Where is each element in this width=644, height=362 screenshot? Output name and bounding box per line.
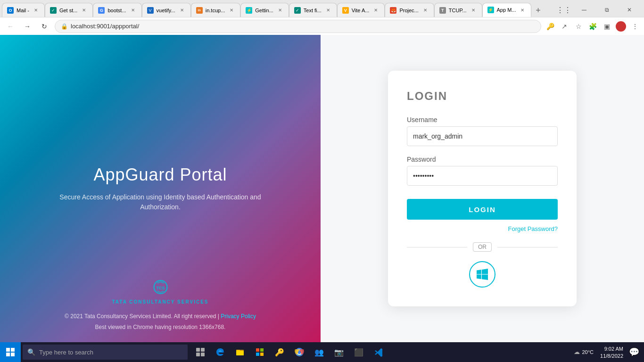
tab-bootstrap[interactable]: G bootst... ✕: [93, 3, 141, 17]
address-bar-row: ← → ↻ 🔒 localhost:9001/appportal/ 🔑 ↗ ☆ …: [0, 17, 644, 35]
sso-section: [407, 261, 558, 288]
tab-favicon-textfi: ✓: [294, 7, 301, 14]
tab-favicon-vuetify: V: [147, 7, 154, 14]
tab-textfi[interactable]: ✓ Text fi... ✕: [289, 3, 337, 17]
tab-label-textfi: Text fi...: [304, 8, 322, 13]
tab-close-projec[interactable]: ✕: [421, 7, 429, 14]
new-tab-button[interactable]: +: [531, 4, 545, 17]
taskbar-search-icon: 🔍: [27, 348, 35, 356]
security-button[interactable]: 🔑: [271, 343, 289, 361]
store-button[interactable]: [251, 343, 269, 361]
windows-sso-button[interactable]: [469, 261, 495, 288]
tab-favicon-getting: ⚡: [246, 7, 252, 14]
tab-close-getting[interactable]: ✕: [276, 7, 284, 14]
tab-close-appm[interactable]: ✕: [519, 6, 526, 14]
svg-rect-12: [260, 353, 264, 356]
file-explorer-icon: [235, 347, 245, 357]
profile-menu-button[interactable]: ⋮⋮: [555, 3, 572, 17]
forgot-link-row: Forget Password?: [407, 224, 558, 233]
login-button[interactable]: LOGIN: [407, 199, 558, 220]
or-divider: OR: [407, 242, 558, 252]
tab-close-intcup[interactable]: ✕: [228, 7, 235, 14]
window-minimize-button[interactable]: ─: [573, 3, 595, 17]
copyright-area: © 2021 Tata Consultancy Services Limited…: [0, 312, 321, 333]
tab-label-vuetify: vuetify...: [157, 8, 175, 13]
tcs-logo-icon: TCS: [149, 279, 172, 297]
photos-button[interactable]: 📷: [330, 343, 348, 361]
tab-label-projec: Projec...: [399, 8, 418, 13]
temperature-text: 20°C: [582, 349, 594, 355]
or-badge: OR: [473, 242, 492, 252]
refresh-button[interactable]: ↻: [38, 20, 51, 33]
start-button[interactable]: [0, 342, 21, 362]
username-input[interactable]: [407, 126, 558, 146]
main-content: AppGuard Portal Secure Access of Applica…: [0, 35, 644, 342]
tab-label-intcup: in.tcup...: [206, 8, 225, 13]
tab-close-mail[interactable]: ✕: [32, 7, 40, 14]
tab-projec[interactable]: 🦊 Projec... ✕: [385, 3, 434, 17]
taskbar-right: ☁ 20°C 9:02 AM 11/8/2022 💬: [569, 346, 644, 358]
more-menu-icon[interactable]: ⋮: [630, 21, 640, 32]
share-icon[interactable]: ↗: [559, 21, 570, 32]
profile-icon[interactable]: [616, 21, 626, 32]
edge-icon: [215, 347, 225, 357]
tab-close-textfi[interactable]: ✕: [324, 7, 332, 14]
system-tray: ☁ 20°C: [574, 348, 594, 355]
forward-button[interactable]: →: [21, 20, 34, 33]
svg-rect-2: [196, 348, 200, 352]
tab-favicon-appm: ⚡: [487, 7, 494, 13]
edge-taskbar-button[interactable]: [211, 343, 229, 361]
extensions-icon[interactable]: 🧩: [587, 21, 598, 32]
tab-label-appm: App M...: [497, 7, 516, 13]
tab-label-vitea: Vite A...: [352, 8, 370, 13]
taskbar-apps: 🔑 👥 📷 ⬛: [191, 343, 388, 361]
app-subtitle: Secure Access of Application using Ident…: [57, 192, 264, 212]
tab-favicon-bootstrap: G: [98, 7, 105, 14]
key-icon[interactable]: 🔑: [545, 21, 555, 32]
sidebar-icon[interactable]: ▣: [602, 21, 612, 32]
tab-close-vitea[interactable]: ✕: [372, 7, 380, 14]
username-group: Username: [407, 116, 558, 146]
teams-button[interactable]: 👥: [310, 343, 328, 361]
taskbar-search[interactable]: 🔍 Type here to search: [23, 345, 188, 360]
tab-getst[interactable]: ✓ Get st... ✕: [45, 3, 93, 17]
privacy-policy-link[interactable]: Privacy Policy: [221, 313, 256, 320]
chrome-taskbar-button[interactable]: [290, 343, 308, 361]
forget-password-link[interactable]: Forget Password?: [508, 225, 558, 232]
security-icon: 🔑: [275, 348, 284, 357]
or-line-left: [407, 247, 467, 247]
tab-tcup[interactable]: T TCUP... ✕: [434, 3, 482, 17]
tab-appm[interactable]: ⚡ App M... ✕: [482, 3, 532, 17]
tab-intcup[interactable]: in in.tcup... ✕: [191, 3, 241, 17]
tab-close-tcup[interactable]: ✕: [470, 7, 477, 14]
back-button[interactable]: ←: [4, 20, 17, 33]
star-icon[interactable]: ☆: [573, 21, 584, 32]
tab-getting[interactable]: ⚡ Gettin... ✕: [240, 3, 289, 17]
tab-close-vuetify[interactable]: ✕: [178, 7, 186, 14]
window-close-button[interactable]: ✕: [619, 3, 640, 17]
vscode-button[interactable]: [370, 343, 388, 361]
tab-label-getting: Gettin...: [255, 8, 273, 13]
copyright-text: © 2021 Tata Consultancy Services Limited…: [0, 312, 321, 322]
tab-mail[interactable]: O Mail - ✕: [2, 3, 45, 17]
tab-vuetify[interactable]: V vuetify... ✕: [142, 3, 191, 17]
file-explorer-button[interactable]: [231, 343, 249, 361]
tab-label-mail: Mail -: [17, 8, 29, 13]
tab-close-getst[interactable]: ✕: [80, 7, 88, 14]
tab-favicon-tcup: T: [439, 7, 446, 14]
address-icons: 🔑 ↗ ☆ 🧩 ▣ ⋮: [545, 21, 640, 32]
password-input[interactable]: [407, 166, 558, 186]
or-line-right: [497, 247, 558, 247]
tab-favicon-vitea: V: [342, 7, 349, 14]
tab-vitea[interactable]: V Vite A... ✕: [337, 3, 385, 17]
task-view-button[interactable]: [191, 343, 209, 361]
address-box[interactable]: 🔒 localhost:9001/appportal/: [55, 20, 541, 33]
windows-icon: [477, 269, 488, 280]
notification-button[interactable]: 💬: [629, 347, 639, 357]
svg-rect-3: [201, 348, 205, 352]
terminal-button[interactable]: ⬛: [350, 343, 368, 361]
window-restore-button[interactable]: ⧉: [596, 3, 618, 17]
tab-close-bootstrap[interactable]: ✕: [129, 7, 137, 14]
left-panel: AppGuard Portal Secure Access of Applica…: [0, 35, 321, 342]
tcs-logo-text: TATA CONSULTANCY SERVICES: [112, 299, 208, 304]
